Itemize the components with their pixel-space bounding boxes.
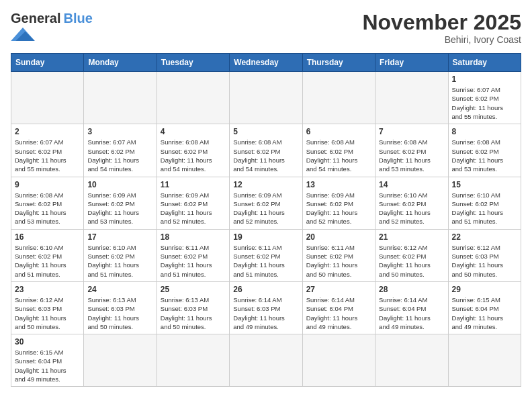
- day-number: 16: [15, 232, 80, 242]
- calendar-week-2: 2Sunrise: 6:07 AMSunset: 6:02 PMDaylight…: [11, 124, 521, 177]
- calendar-cell-4-7: 22Sunrise: 6:12 AMSunset: 6:03 PMDayligh…: [448, 229, 521, 281]
- day-number: 19: [233, 232, 298, 242]
- day-info: Sunrise: 6:12 AMSunset: 6:02 PMDaylight:…: [379, 243, 444, 279]
- day-info: Sunrise: 6:11 AMSunset: 6:02 PMDaylight:…: [233, 243, 298, 279]
- day-number: 21: [379, 232, 444, 242]
- calendar-cell-3-7: 15Sunrise: 6:10 AMSunset: 6:02 PMDayligh…: [448, 177, 521, 229]
- page-header: General Blue November 2025 Behiri, Ivory…: [11, 11, 521, 45]
- calendar-cell-6-4: [230, 334, 302, 387]
- calendar-cell-6-3: [157, 334, 229, 387]
- calendar-cell-4-5: 20Sunrise: 6:11 AMSunset: 6:02 PMDayligh…: [302, 229, 375, 281]
- calendar-cell-3-3: 11Sunrise: 6:09 AMSunset: 6:02 PMDayligh…: [157, 177, 229, 229]
- header-wednesday: Wednesday: [230, 54, 302, 72]
- calendar-cell-2-5: 6Sunrise: 6:08 AMSunset: 6:02 PMDaylight…: [302, 124, 375, 177]
- calendar-cell-6-7: [448, 334, 521, 387]
- day-number: 14: [379, 180, 444, 189]
- month-title: November 2025: [362, 11, 521, 34]
- logo-icon: [11, 28, 35, 41]
- day-number: 10: [87, 180, 152, 189]
- day-number: 17: [87, 232, 152, 242]
- day-info: Sunrise: 6:08 AMSunset: 6:02 PMDaylight:…: [379, 138, 444, 173]
- calendar-cell-3-5: 13Sunrise: 6:09 AMSunset: 6:02 PMDayligh…: [302, 177, 375, 229]
- day-info: Sunrise: 6:09 AMSunset: 6:02 PMDaylight:…: [87, 191, 152, 226]
- calendar-cell-5-1: 23Sunrise: 6:12 AMSunset: 6:03 PMDayligh…: [11, 281, 84, 334]
- calendar-week-6: 30Sunrise: 6:15 AMSunset: 6:04 PMDayligh…: [11, 334, 521, 387]
- day-info: Sunrise: 6:10 AMSunset: 6:02 PMDaylight:…: [379, 191, 444, 226]
- title-block: November 2025 Behiri, Ivory Coast: [362, 11, 521, 45]
- calendar-cell-1-1: [11, 72, 84, 124]
- day-info: Sunrise: 6:11 AMSunset: 6:02 PMDaylight:…: [161, 243, 226, 279]
- calendar-cell-4-3: 18Sunrise: 6:11 AMSunset: 6:02 PMDayligh…: [157, 229, 229, 281]
- location: Behiri, Ivory Coast: [362, 34, 521, 45]
- day-info: Sunrise: 6:07 AMSunset: 6:02 PMDaylight:…: [87, 138, 152, 173]
- day-number: 26: [233, 285, 298, 294]
- day-number: 25: [161, 285, 226, 294]
- calendar-cell-6-1: 30Sunrise: 6:15 AMSunset: 6:04 PMDayligh…: [11, 334, 84, 387]
- day-info: Sunrise: 6:08 AMSunset: 6:02 PMDaylight:…: [15, 191, 80, 226]
- calendar-cell-1-4: [230, 72, 302, 124]
- logo-blue: Blue: [63, 11, 92, 26]
- day-info: Sunrise: 6:14 AMSunset: 6:04 PMDaylight:…: [306, 295, 371, 331]
- calendar-week-1: 1Sunrise: 6:07 AMSunset: 6:02 PMDaylight…: [11, 72, 521, 124]
- day-number: 13: [306, 180, 371, 189]
- day-info: Sunrise: 6:09 AMSunset: 6:02 PMDaylight:…: [233, 191, 298, 226]
- calendar-cell-5-4: 26Sunrise: 6:14 AMSunset: 6:03 PMDayligh…: [230, 281, 302, 334]
- header-saturday: Saturday: [448, 54, 521, 72]
- day-info: Sunrise: 6:08 AMSunset: 6:02 PMDaylight:…: [233, 138, 298, 173]
- logo-general: General: [11, 11, 60, 26]
- day-number: 23: [15, 285, 80, 294]
- day-info: Sunrise: 6:09 AMSunset: 6:02 PMDaylight:…: [306, 191, 371, 226]
- day-info: Sunrise: 6:07 AMSunset: 6:02 PMDaylight:…: [15, 138, 80, 173]
- calendar-cell-6-6: [375, 334, 448, 387]
- day-info: Sunrise: 6:08 AMSunset: 6:02 PMDaylight:…: [452, 138, 517, 173]
- calendar-cell-4-1: 16Sunrise: 6:10 AMSunset: 6:02 PMDayligh…: [11, 229, 84, 281]
- header-friday: Friday: [375, 54, 448, 72]
- calendar-cell-2-1: 2Sunrise: 6:07 AMSunset: 6:02 PMDaylight…: [11, 124, 84, 177]
- calendar-cell-1-6: [375, 72, 448, 124]
- calendar-cell-5-6: 28Sunrise: 6:14 AMSunset: 6:04 PMDayligh…: [375, 281, 448, 334]
- day-info: Sunrise: 6:07 AMSunset: 6:02 PMDaylight:…: [452, 85, 517, 121]
- day-number: 22: [452, 232, 517, 242]
- calendar-cell-6-5: [302, 334, 375, 387]
- calendar-cell-2-7: 8Sunrise: 6:08 AMSunset: 6:02 PMDaylight…: [448, 124, 521, 177]
- header-sunday: Sunday: [11, 54, 84, 72]
- day-number: 1: [452, 75, 517, 84]
- day-info: Sunrise: 6:15 AMSunset: 6:04 PMDaylight:…: [15, 348, 80, 383]
- calendar-cell-3-2: 10Sunrise: 6:09 AMSunset: 6:02 PMDayligh…: [84, 177, 157, 229]
- calendar-cell-2-4: 5Sunrise: 6:08 AMSunset: 6:02 PMDaylight…: [230, 124, 302, 177]
- calendar-cell-1-5: [302, 72, 375, 124]
- day-info: Sunrise: 6:09 AMSunset: 6:02 PMDaylight:…: [161, 191, 226, 226]
- header-tuesday: Tuesday: [157, 54, 229, 72]
- day-number: 7: [379, 127, 444, 136]
- calendar-cell-5-5: 27Sunrise: 6:14 AMSunset: 6:04 PMDayligh…: [302, 281, 375, 334]
- day-info: Sunrise: 6:14 AMSunset: 6:04 PMDaylight:…: [379, 295, 444, 331]
- day-number: 12: [233, 180, 298, 189]
- day-info: Sunrise: 6:10 AMSunset: 6:02 PMDaylight:…: [15, 243, 80, 279]
- calendar-cell-5-3: 25Sunrise: 6:13 AMSunset: 6:03 PMDayligh…: [157, 281, 229, 334]
- day-number: 9: [15, 180, 80, 189]
- calendar-week-3: 9Sunrise: 6:08 AMSunset: 6:02 PMDaylight…: [11, 177, 521, 229]
- calendar-cell-2-2: 3Sunrise: 6:07 AMSunset: 6:02 PMDaylight…: [84, 124, 157, 177]
- calendar-cell-3-6: 14Sunrise: 6:10 AMSunset: 6:02 PMDayligh…: [375, 177, 448, 229]
- calendar-cell-3-4: 12Sunrise: 6:09 AMSunset: 6:02 PMDayligh…: [230, 177, 302, 229]
- day-number: 3: [87, 127, 152, 136]
- header-monday: Monday: [84, 54, 157, 72]
- day-number: 5: [233, 127, 298, 136]
- calendar-cell-4-6: 21Sunrise: 6:12 AMSunset: 6:02 PMDayligh…: [375, 229, 448, 281]
- logo: General Blue: [11, 11, 93, 41]
- calendar-week-5: 23Sunrise: 6:12 AMSunset: 6:03 PMDayligh…: [11, 281, 521, 334]
- day-info: Sunrise: 6:13 AMSunset: 6:03 PMDaylight:…: [87, 295, 152, 331]
- day-info: Sunrise: 6:15 AMSunset: 6:04 PMDaylight:…: [452, 295, 517, 331]
- day-number: 18: [161, 232, 226, 242]
- day-number: 20: [306, 232, 371, 242]
- day-info: Sunrise: 6:12 AMSunset: 6:03 PMDaylight:…: [452, 243, 517, 279]
- calendar-cell-4-4: 19Sunrise: 6:11 AMSunset: 6:02 PMDayligh…: [230, 229, 302, 281]
- calendar-cell-1-7: 1Sunrise: 6:07 AMSunset: 6:02 PMDaylight…: [448, 72, 521, 124]
- calendar-header-row: Sunday Monday Tuesday Wednesday Thursday…: [11, 54, 521, 72]
- day-number: 24: [87, 285, 152, 294]
- day-info: Sunrise: 6:11 AMSunset: 6:02 PMDaylight:…: [306, 243, 371, 279]
- day-info: Sunrise: 6:10 AMSunset: 6:02 PMDaylight:…: [87, 243, 152, 279]
- day-number: 28: [379, 285, 444, 294]
- day-number: 15: [452, 180, 517, 189]
- calendar-table: Sunday Monday Tuesday Wednesday Thursday…: [11, 53, 521, 387]
